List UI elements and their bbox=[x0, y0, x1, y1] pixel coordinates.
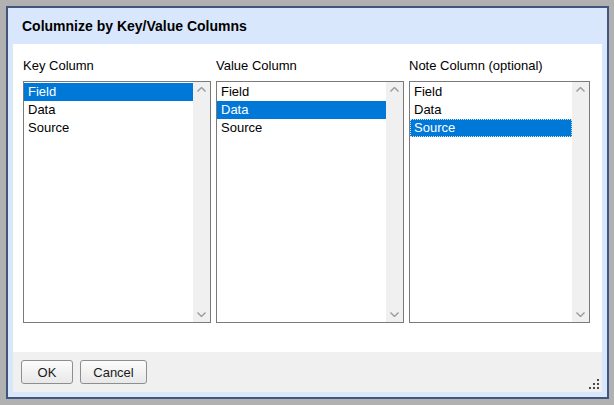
list-item[interactable]: Source bbox=[410, 119, 572, 137]
cancel-button[interactable]: Cancel bbox=[80, 360, 147, 384]
key-column-scrollbar[interactable] bbox=[193, 82, 210, 322]
resize-grip-icon[interactable] bbox=[588, 378, 600, 390]
value-column-list: FieldDataSource bbox=[217, 82, 386, 322]
list-item[interactable]: Data bbox=[410, 101, 572, 119]
scroll-down-icon[interactable] bbox=[197, 312, 206, 317]
value-column-listbox[interactable]: FieldDataSource bbox=[216, 81, 404, 323]
note-column-label: Note Column (optional) bbox=[409, 58, 590, 73]
key-column-listbox[interactable]: FieldDataSource bbox=[23, 81, 211, 323]
value-column-label: Value Column bbox=[216, 58, 404, 73]
scroll-down-icon[interactable] bbox=[390, 312, 399, 317]
dialog-main: Key Column FieldDataSource Value Column … bbox=[13, 44, 602, 392]
list-item[interactable]: Source bbox=[24, 119, 193, 137]
scroll-up-icon[interactable] bbox=[390, 87, 399, 92]
list-item[interactable]: Field bbox=[410, 83, 572, 101]
value-column-scrollbar[interactable] bbox=[386, 82, 403, 322]
list-item[interactable]: Data bbox=[24, 101, 193, 119]
note-column-scrollbar[interactable] bbox=[572, 82, 589, 322]
key-column-label: Key Column bbox=[23, 58, 211, 73]
list-item[interactable]: Field bbox=[217, 83, 386, 101]
note-column-group: Note Column (optional) FieldDataSource bbox=[409, 58, 590, 352]
note-column-listbox[interactable]: FieldDataSource bbox=[409, 81, 590, 323]
dialog-title: Columnize by Key/Value Columns bbox=[22, 18, 247, 34]
list-item[interactable]: Field bbox=[24, 83, 193, 101]
scroll-up-icon[interactable] bbox=[197, 87, 206, 92]
dialog-footer: OK Cancel bbox=[13, 352, 602, 392]
dialog-titlebar: Columnize by Key/Value Columns bbox=[8, 8, 607, 44]
dialog-content: Key Column FieldDataSource Value Column … bbox=[13, 44, 602, 352]
list-item[interactable]: Source bbox=[217, 119, 386, 137]
columnize-dialog: Columnize by Key/Value Columns Key Colum… bbox=[6, 6, 609, 399]
key-column-group: Key Column FieldDataSource bbox=[23, 58, 211, 352]
value-column-group: Value Column FieldDataSource bbox=[216, 58, 404, 352]
scroll-down-icon[interactable] bbox=[576, 312, 585, 317]
note-column-list: FieldDataSource bbox=[410, 82, 572, 322]
ok-button[interactable]: OK bbox=[21, 360, 73, 384]
key-column-list: FieldDataSource bbox=[24, 82, 193, 322]
scroll-up-icon[interactable] bbox=[576, 87, 585, 92]
list-item[interactable]: Data bbox=[217, 101, 386, 119]
